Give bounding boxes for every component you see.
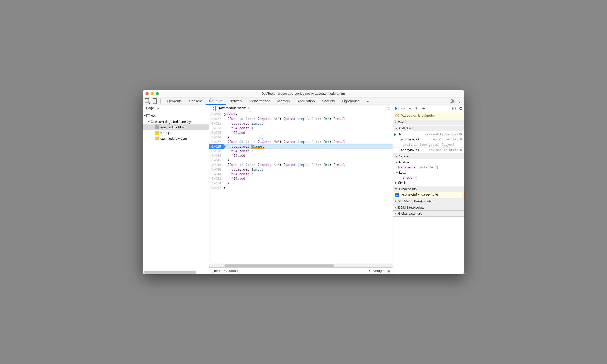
resume-icon[interactable] (394, 106, 399, 111)
callstack-section: Call Stack braw-module.wasm:0x39 (anonym… (393, 125, 464, 153)
callstack-frame[interactable]: (anonymous)raw-module.html:10 (393, 148, 464, 153)
tree-domain[interactable]: wasm-dbg-stories.netlify (143, 119, 209, 124)
step-out-icon[interactable] (414, 106, 418, 111)
code-line[interactable]: 0x035 f64.add (209, 130, 393, 135)
scope-input[interactable]: input: 4 (393, 175, 464, 180)
inspect-icon[interactable] (145, 98, 151, 104)
page-more-icon[interactable]: ⋮ (203, 106, 207, 110)
pause-on-exceptions-icon[interactable] (459, 106, 463, 111)
tree-file-html[interactable]: raw-module.html (143, 124, 209, 130)
tree-file-label: main.js (160, 131, 170, 135)
code-line[interactable]: 0x027 (func $a (;0;) (export "a") (param… (209, 117, 393, 121)
code-line[interactable]: 0x045 ) (209, 158, 393, 163)
code-line[interactable]: 0x046 (func $c (;2;) (export "c") (param… (209, 163, 393, 167)
tab-network[interactable]: Network (226, 97, 246, 105)
scope-local[interactable]: Local (393, 170, 464, 175)
code-line[interactable]: 0x02a local.get $input (209, 121, 393, 126)
step-over-icon[interactable] (401, 106, 405, 111)
step-into-icon[interactable] (408, 106, 412, 111)
source-tab-label: raw-module.wasm (219, 106, 246, 110)
toggle-navigator-button[interactable] (211, 106, 216, 111)
deactivate-breakpoints-icon[interactable] (452, 106, 456, 111)
debug-toolbar (393, 105, 464, 112)
chevron-right-icon (395, 200, 396, 203)
code-line[interactable]: 0x048 local.get $input (209, 167, 393, 172)
tree-top-label: top (151, 114, 156, 118)
tree-file-label: raw-module.html (160, 125, 184, 129)
svg-rect-5 (398, 107, 398, 110)
code-line[interactable]: 0x053 f64.add (209, 176, 393, 181)
chevron-right-icon (395, 121, 396, 124)
global-section[interactable]: Global Listeners (393, 211, 464, 217)
breakpoints-section: Breakpoints raw-module.wasm:0x39 (393, 186, 464, 198)
source-editor[interactable]: 4 0x000(module0x027 (func $a (;0;) (expo… (209, 112, 393, 264)
code-line[interactable]: 0x04a f64.const 3 (209, 172, 393, 176)
close-button[interactable] (146, 92, 149, 95)
panel-tabs: Elements Console Sources Network Perform… (163, 97, 447, 105)
checkbox-icon[interactable] (395, 193, 399, 197)
toggle-debugger-button[interactable] (386, 106, 391, 111)
titlebar: DevTools - wasm-dbg-stories.netlify.app/… (143, 90, 464, 97)
tree-file-js[interactable]: main.js (143, 130, 209, 136)
chevron-down-icon (395, 188, 398, 190)
watch-section[interactable]: Watch (393, 119, 464, 125)
tab-lighthouse[interactable]: Lighthouse (338, 97, 363, 105)
coverage-status: Coverage: n/a (369, 269, 390, 273)
code-line[interactable]: 0x03b f64.const 2 (209, 149, 393, 153)
svg-point-6 (403, 109, 404, 110)
step-icon[interactable] (421, 106, 425, 111)
info-icon (395, 114, 399, 117)
tab-memory[interactable]: Memory (274, 97, 294, 105)
svg-rect-13 (461, 108, 462, 109)
tab-elements[interactable]: Elements (163, 97, 185, 105)
svg-point-11 (459, 107, 462, 110)
code-line[interactable]: 0x054 ) (209, 181, 393, 186)
window-icon (146, 114, 150, 117)
page-tab[interactable]: Page (145, 105, 155, 112)
code-line[interactable]: 0x037 (func $b (; ) (export "b") (param … (209, 140, 393, 144)
scope-module[interactable]: Module (393, 160, 464, 165)
source-file-tab[interactable]: raw-module.wasm × (218, 105, 251, 112)
breakpoint-item[interactable]: raw-module.wasm:0x39 (393, 192, 464, 198)
code-line[interactable]: 0x097) (209, 186, 393, 190)
chevron-down-icon (144, 115, 146, 117)
code-line[interactable]: 0x000(module (209, 112, 393, 117)
chevron-down-icon (148, 121, 150, 122)
callstack-frame[interactable]: (anonymous)raw-module.html:9 (393, 137, 464, 142)
code-line[interactable]: 0x039 local.get $input (209, 144, 393, 149)
tabs-more-icon[interactable]: » (363, 97, 372, 105)
more-icon[interactable]: ⋮ (456, 98, 462, 104)
code-line[interactable]: 0x044 f64.add (209, 153, 393, 158)
tab-console[interactable]: Console (185, 97, 205, 105)
settings-icon[interactable] (448, 98, 454, 104)
device-icon[interactable] (152, 98, 158, 104)
tab-application[interactable]: Application (294, 97, 319, 105)
scope-stack[interactable]: Stack (393, 180, 464, 185)
close-icon[interactable]: × (248, 106, 250, 110)
cursor-position: Line 10, Column 12 (212, 269, 240, 273)
page-tabs-more-icon[interactable]: » (157, 106, 159, 110)
tab-security[interactable]: Security (319, 97, 339, 105)
tree-top[interactable]: top (143, 113, 209, 119)
horizontal-scrollbar[interactable] (209, 264, 393, 267)
tab-sources[interactable]: Sources (206, 97, 226, 105)
dom-section[interactable]: DOM Breakpoints (393, 204, 464, 211)
tree-file-wasm[interactable]: raw-module.wasm (143, 136, 209, 141)
svg-rect-15 (397, 115, 398, 116)
code-line[interactable]: 0x036 ) (209, 135, 393, 140)
minimize-button[interactable] (151, 92, 154, 95)
xhr-section[interactable]: XHR/fetch Breakpoints (393, 198, 464, 204)
svg-point-9 (424, 108, 425, 109)
callstack-frame[interactable]: braw-module.wasm:0x39 (393, 132, 464, 137)
svg-rect-12 (460, 108, 461, 109)
maximize-button[interactable] (156, 92, 159, 95)
main-toolbar: Elements Console Sources Network Perform… (143, 97, 464, 105)
scope-instance[interactable]: instance: Instance {} (393, 165, 464, 170)
chevron-down-icon (395, 172, 398, 173)
svg-point-7 (410, 109, 410, 110)
statusbar: Line 10, Column 12 Coverage: n/a (209, 267, 393, 274)
code-line[interactable]: 0x02c f64.const 1 (209, 126, 393, 130)
tab-performance[interactable]: Performance (246, 97, 274, 105)
chevron-down-icon (395, 162, 398, 163)
horizontal-scrollbar[interactable] (143, 271, 209, 274)
